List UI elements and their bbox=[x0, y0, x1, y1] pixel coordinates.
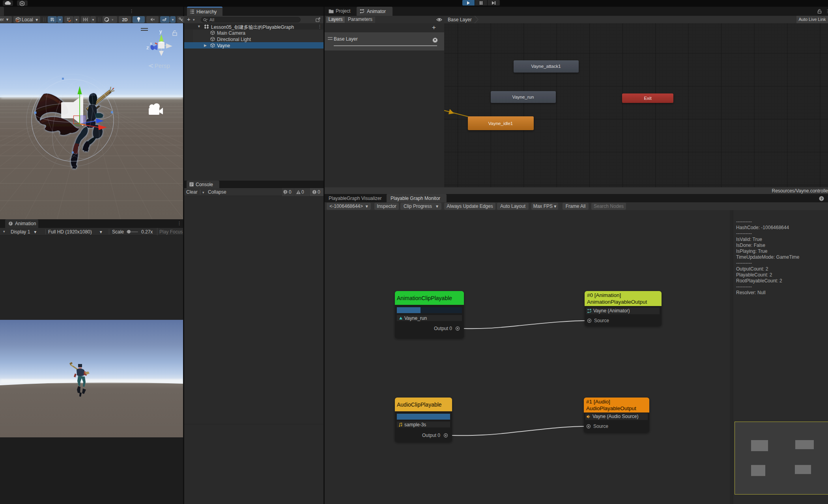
svg-text:----------: ---------- bbox=[736, 231, 752, 236]
svg-text:PlayableCount: 2: PlayableCount: 2 bbox=[736, 272, 772, 278]
svg-text:IsDone: False: IsDone: False bbox=[736, 243, 765, 248]
svg-text:----------: ---------- bbox=[736, 260, 752, 266]
svg-text:?: ? bbox=[821, 197, 823, 201]
svg-text:Source: Source bbox=[593, 424, 608, 429]
svg-text:IsValid: True: IsValid: True bbox=[736, 237, 762, 242]
svg-text:----------: ---------- bbox=[736, 219, 752, 224]
svg-text:sample-3s: sample-3s bbox=[404, 422, 426, 427]
svg-text:Source: Source bbox=[594, 318, 609, 323]
svg-text:Output 0: Output 0 bbox=[434, 326, 452, 331]
svg-text:Vayne (Animator): Vayne (Animator) bbox=[593, 308, 630, 314]
svg-text:IsPlaying: True: IsPlaying: True bbox=[736, 248, 768, 254]
svg-text:Output 0: Output 0 bbox=[422, 433, 440, 438]
svg-text:#1 [Audio]: #1 [Audio] bbox=[586, 399, 610, 405]
svg-text:Vayne (Audio Source): Vayne (Audio Source) bbox=[592, 414, 639, 419]
svg-text:AudioClipPlayable: AudioClipPlayable bbox=[397, 401, 442, 408]
svg-text:Resolver: Null: Resolver: Null bbox=[736, 290, 766, 295]
svg-text:#0 [Animation]: #0 [Animation] bbox=[587, 292, 621, 298]
svg-text:y: y bbox=[159, 28, 162, 34]
svg-text:Vayne_attack1: Vayne_attack1 bbox=[531, 64, 561, 69]
svg-text:----------: ---------- bbox=[736, 284, 752, 289]
svg-text:HashCode: -1006468644: HashCode: -1006468644 bbox=[736, 225, 789, 230]
svg-text:RootPlayableCount: 2: RootPlayableCount: 2 bbox=[736, 278, 782, 284]
svg-text:z: z bbox=[146, 45, 149, 50]
svg-text:Persp: Persp bbox=[155, 62, 170, 69]
svg-text:AnimationPlayableOutput: AnimationPlayableOutput bbox=[587, 299, 647, 305]
svg-text:Vayne_idle1: Vayne_idle1 bbox=[488, 121, 513, 126]
svg-text:AnimationClipPlayable: AnimationClipPlayable bbox=[397, 295, 452, 301]
svg-text:Vayne_run: Vayne_run bbox=[512, 95, 534, 99]
svg-text:Vayne_run: Vayne_run bbox=[404, 315, 427, 321]
svg-text:TimeUpdateMode: GameTime: TimeUpdateMode: GameTime bbox=[736, 254, 800, 260]
svg-text:AudioPlayableOutput: AudioPlayableOutput bbox=[586, 405, 636, 411]
svg-text:Exit: Exit bbox=[644, 96, 652, 101]
svg-text:Y: Y bbox=[52, 19, 54, 22]
svg-text:OutputCount: 2: OutputCount: 2 bbox=[736, 266, 768, 272]
svg-text:x: x bbox=[150, 41, 152, 46]
